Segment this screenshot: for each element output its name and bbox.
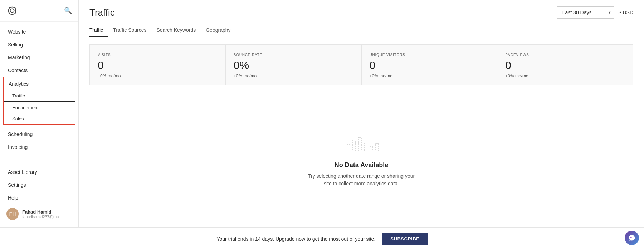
sidebar-header: 🔍 <box>0 0 78 22</box>
svg-rect-2 <box>353 140 356 151</box>
svg-point-8 <box>631 237 632 238</box>
sidebar-item-analytics[interactable]: Analytics <box>4 78 75 90</box>
sidebar-item-settings[interactable]: Settings <box>0 179 78 191</box>
stat-pageviews-label: PAGEVIEWS <box>505 53 529 57</box>
svg-point-9 <box>633 237 634 238</box>
tab-search-keywords[interactable]: Search Keywords <box>152 24 201 37</box>
sidebar-bottom: Asset Library Settings Help FH Fahad Ham… <box>0 162 78 227</box>
stat-unique-value: 0 <box>370 59 489 71</box>
sidebar-item-website[interactable]: Website <box>0 25 78 38</box>
sidebar-item-contacts[interactable]: Contacts <box>0 64 78 77</box>
trial-message: Your trial ends in 14 days. Upgrade now … <box>216 236 375 242</box>
main-header: Traffic Last 30 Days Last 7 Days Last 90… <box>79 0 644 19</box>
stat-pageviews: PAGEVIEWS 0 +0% mo/mo <box>497 45 633 85</box>
svg-rect-4 <box>364 142 367 151</box>
main-content: Traffic Last 30 Days Last 7 Days Last 90… <box>79 0 644 227</box>
stat-unique-label: UNIQUE VISITORS <box>370 53 405 57</box>
stat-unique-visitors: UNIQUE VISITORS 0 +0% mo/mo <box>362 45 498 85</box>
date-range-select[interactable]: Last 30 Days Last 7 Days Last 90 Days La… <box>557 6 614 19</box>
svg-rect-3 <box>358 138 361 151</box>
chat-icon <box>628 234 635 241</box>
chart-placeholder <box>340 125 383 155</box>
sidebar-subitem-traffic[interactable]: Traffic <box>4 90 75 102</box>
tab-geography[interactable]: Geography <box>201 24 235 37</box>
bottom-bar: Your trial ends in 14 days. Upgrade now … <box>0 227 644 250</box>
stat-bounce-change: +0% mo/mo <box>234 74 353 79</box>
stat-bounce-rate: BOUNCE RATE 0% +0% mo/mo <box>226 45 362 85</box>
sidebar-nav: Website Selling Marketing Contacts Analy… <box>0 22 78 162</box>
subscribe-button[interactable]: SUBSCRIBE <box>382 232 427 245</box>
sidebar-item-help[interactable]: Help <box>0 191 78 204</box>
header-controls: Last 30 Days Last 7 Days Last 90 Days La… <box>557 6 633 19</box>
avatar: FH <box>6 208 19 220</box>
currency-label: $ USD <box>619 10 633 15</box>
stats-row: VISITS 0 +0% mo/mo BOUNCE RATE 0% +0% mo… <box>89 44 633 85</box>
sidebar-item-invoicing[interactable]: Invoicing <box>0 141 78 154</box>
no-data-title: No Data Available <box>335 161 389 169</box>
sidebar-item-marketing[interactable]: Marketing <box>0 51 78 64</box>
stat-visits-label: VISITS <box>98 53 111 57</box>
sidebar-subitem-sales[interactable]: Sales <box>4 113 75 124</box>
stat-visits-change: +0% mo/mo <box>98 74 218 79</box>
no-data-area: No Data Available Try selecting another … <box>79 85 644 227</box>
user-profile[interactable]: FH Fahad Hamid fahadhamid237@mail... <box>0 204 78 224</box>
sidebar-item-selling[interactable]: Selling <box>0 38 78 51</box>
sidebar-subitem-engagement[interactable]: Engagement <box>4 102 75 113</box>
tabs-bar: Traffic Traffic Sources Search Keywords … <box>79 24 644 37</box>
search-icon[interactable]: 🔍 <box>64 7 72 15</box>
sidebar-item-scheduling[interactable]: Scheduling <box>0 128 78 141</box>
user-info: Fahad Hamid fahadhamid237@mail... <box>22 209 64 219</box>
tab-traffic[interactable]: Traffic <box>89 24 108 37</box>
no-data-description: Try selecting another date range or shar… <box>304 172 419 188</box>
stat-pageviews-value: 0 <box>505 59 625 71</box>
user-email: fahadhamid237@mail... <box>22 215 64 219</box>
user-name: Fahad Hamid <box>22 209 64 215</box>
stat-visits-value: 0 <box>98 59 218 71</box>
stat-visits: VISITS 0 +0% mo/mo <box>90 45 226 85</box>
sidebar: 🔍 Website Selling Marketing Contacts Ana… <box>0 0 79 227</box>
sidebar-item-asset-library[interactable]: Asset Library <box>0 166 78 179</box>
stat-unique-change: +0% mo/mo <box>370 74 489 79</box>
date-select-wrapper: Last 30 Days Last 7 Days Last 90 Days La… <box>557 6 614 19</box>
squarespace-logo <box>6 5 18 16</box>
svg-rect-1 <box>347 145 350 151</box>
analytics-section: Analytics Traffic Engagement Sales <box>3 77 75 125</box>
page-title: Traffic <box>89 7 115 18</box>
svg-rect-5 <box>370 146 373 151</box>
stat-bounce-value: 0% <box>234 59 353 71</box>
empty-chart-icon <box>340 125 383 154</box>
chat-bubble[interactable] <box>625 231 639 245</box>
svg-point-7 <box>630 237 631 238</box>
svg-rect-6 <box>376 144 379 151</box>
tab-traffic-sources[interactable]: Traffic Sources <box>108 24 151 37</box>
stat-pageviews-change: +0% mo/mo <box>505 74 625 79</box>
stat-bounce-label: BOUNCE RATE <box>234 53 262 57</box>
